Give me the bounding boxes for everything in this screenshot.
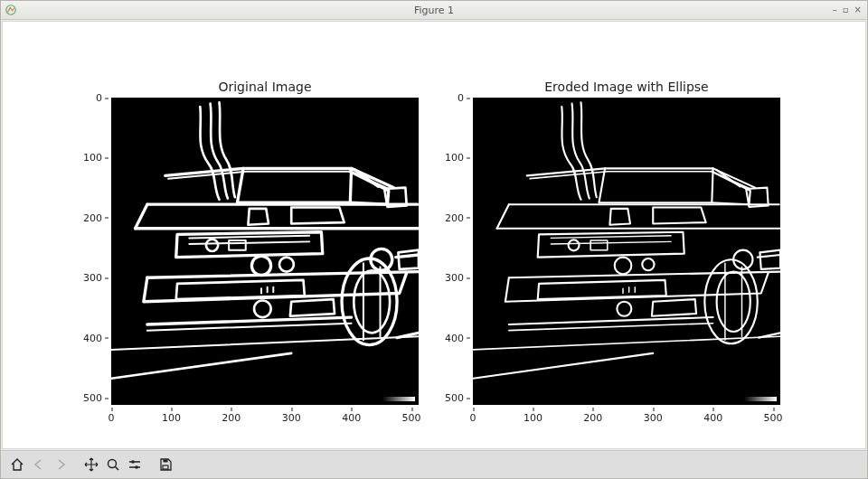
window-controls: – ▫ ×	[833, 5, 867, 15]
subplot-title-right: Eroded Image with Ellipse	[473, 80, 780, 94]
close-button[interactable]: ×	[854, 5, 862, 15]
configure-subplots-button[interactable]	[124, 454, 146, 475]
xtick: 100	[524, 405, 542, 424]
ytick: 400	[83, 332, 111, 343]
toolbar-separator	[146, 456, 155, 474]
xtick: 100	[162, 405, 181, 424]
ytick: 0	[96, 92, 111, 104]
pan-button[interactable]	[80, 454, 102, 475]
zoom-button[interactable]	[102, 454, 124, 475]
home-button[interactable]	[6, 454, 28, 475]
xtick: 300	[644, 405, 663, 424]
xtick: 0	[108, 405, 115, 424]
ytick: 400	[445, 332, 473, 343]
minimize-button[interactable]: –	[833, 5, 837, 15]
ytick: 300	[83, 272, 111, 284]
ytick: 500	[83, 392, 111, 404]
svg-point-0	[6, 5, 16, 15]
xtick: 500	[764, 405, 783, 424]
intensity-bar	[382, 397, 415, 401]
titlebar[interactable]: Figure 1 – ▫ ×	[1, 1, 867, 20]
ytick: 200	[83, 211, 111, 223]
xtick: 400	[342, 405, 361, 424]
xtick: 400	[703, 405, 722, 424]
intensity-bar	[744, 397, 777, 401]
svg-point-18	[131, 460, 135, 464]
forward-button[interactable]	[50, 454, 71, 475]
figure-window: Figure 1 – ▫ × Original Image Eroded Ima…	[0, 0, 868, 479]
ytick: 500	[445, 392, 473, 404]
plot-image-left: 0 100 200 300 400 500 0 100 200 300 400 …	[111, 98, 419, 405]
ytick: 200	[445, 211, 473, 223]
svg-rect-20	[163, 465, 168, 469]
window-title: Figure 1	[1, 5, 867, 16]
ytick: 100	[83, 152, 111, 164]
subplot-title-left: Original Image	[111, 80, 419, 94]
svg-point-19	[135, 465, 138, 469]
svg-point-17	[108, 460, 117, 468]
matplotlib-toolbar	[1, 450, 867, 478]
xtick: 200	[583, 405, 602, 424]
maximize-button[interactable]: ▫	[843, 5, 849, 15]
app-icon	[5, 4, 17, 16]
svg-rect-21	[164, 460, 168, 463]
xtick: 200	[222, 405, 241, 424]
save-button[interactable]	[155, 454, 176, 475]
ytick: 0	[458, 92, 473, 104]
back-button[interactable]	[28, 454, 50, 475]
ytick: 100	[445, 152, 473, 164]
xtick: 500	[402, 405, 421, 424]
svg-rect-9	[473, 98, 780, 405]
figure-canvas[interactable]: Original Image Eroded Image with Ellipse	[2, 21, 866, 449]
toolbar-separator	[71, 456, 80, 474]
plot-image-right: 0 100 200 300 400 500 0 100 200 300 400 …	[473, 98, 780, 405]
xtick: 0	[470, 405, 476, 424]
ytick: 300	[445, 272, 473, 284]
xtick: 300	[282, 405, 301, 424]
